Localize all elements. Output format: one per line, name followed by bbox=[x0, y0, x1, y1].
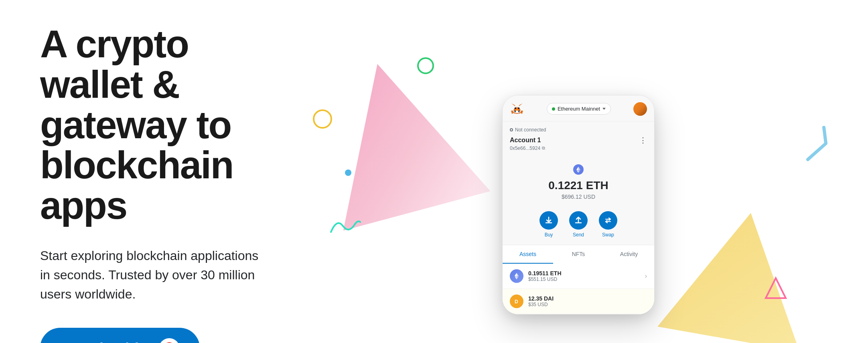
action-buttons: Buy Send bbox=[503, 206, 654, 245]
phone-frame: Ethereum Mainnet Not connected Account 1… bbox=[502, 95, 655, 315]
pink-triangle-outline-decoration bbox=[764, 276, 788, 300]
send-icon-circle bbox=[569, 211, 588, 230]
eth-asset-name: 0.19511 ETH bbox=[528, 270, 640, 276]
balance-eth: 0.1221 ETH bbox=[510, 179, 647, 192]
eth-logo bbox=[572, 163, 585, 176]
buy-icon-circle bbox=[539, 211, 558, 230]
pink-triangle-decoration bbox=[304, 44, 490, 230]
blue-arrow-decoration bbox=[804, 125, 828, 161]
connection-status: Not connected bbox=[510, 127, 647, 133]
balance-section: 0.1221 ETH $696.12 USD bbox=[503, 155, 654, 206]
swap-action[interactable]: Swap bbox=[599, 211, 617, 238]
hero-section: A crypto wallet & gateway to blockchain … bbox=[0, 0, 868, 343]
account-section: Not connected Account 1 ⋮ 0x5e66...5924 … bbox=[503, 121, 654, 155]
green-circle-decoration bbox=[417, 57, 434, 74]
eth-asset-info: 0.19511 ETH $551.15 USD bbox=[528, 270, 640, 282]
phone-header: Ethereum Mainnet bbox=[503, 95, 654, 121]
blue-dot-decoration bbox=[345, 169, 351, 176]
account-name-row: Account 1 ⋮ bbox=[510, 136, 647, 145]
yellow-triangle-decoration bbox=[657, 200, 822, 343]
send-label: Send bbox=[573, 232, 584, 238]
list-item[interactable]: D 12.35 DAI $35 USD bbox=[503, 289, 654, 314]
tab-activity[interactable]: Activity bbox=[604, 245, 654, 264]
account-avatar[interactable] bbox=[633, 102, 647, 116]
chrome-icon bbox=[159, 338, 180, 343]
download-button[interactable]: Download for bbox=[40, 328, 200, 343]
network-pill[interactable]: Ethereum Mainnet bbox=[547, 103, 611, 115]
balance-usd: $696.12 USD bbox=[510, 194, 647, 200]
svg-text:D: D bbox=[515, 299, 518, 305]
account-menu-icon[interactable]: ⋮ bbox=[639, 136, 647, 145]
asset-tabs: Assets NFTs Activity bbox=[503, 245, 654, 264]
tab-nfts[interactable]: NFTs bbox=[553, 245, 604, 264]
eth-asset-logo bbox=[510, 269, 523, 283]
not-connected-indicator bbox=[510, 128, 513, 131]
eth-asset-usd: $551.15 USD bbox=[528, 276, 640, 282]
swap-icon-circle bbox=[599, 211, 617, 230]
yellow-circle-decoration bbox=[313, 109, 332, 129]
asset-list: 0.19511 ETH $551.15 USD › D 12.35 DAI bbox=[503, 264, 654, 314]
dai-asset-info: 12.35 DAI $35 USD bbox=[528, 295, 647, 307]
dai-asset-name: 12.35 DAI bbox=[528, 295, 647, 302]
buy-action[interactable]: Buy bbox=[539, 211, 558, 238]
teal-squiggle-decoration bbox=[329, 216, 361, 236]
network-chevron-icon bbox=[602, 108, 606, 110]
main-headline: A crypto wallet & gateway to blockchain … bbox=[40, 24, 273, 226]
account-address: 0x5e66...5924 ⧉ bbox=[510, 145, 647, 151]
copy-address-icon[interactable]: ⧉ bbox=[542, 145, 545, 151]
connected-indicator bbox=[552, 107, 555, 111]
buy-label: Buy bbox=[545, 232, 553, 238]
svg-point-3 bbox=[515, 107, 516, 109]
svg-point-4 bbox=[518, 107, 519, 109]
dai-asset-logo: D bbox=[510, 295, 523, 308]
account-name: Account 1 bbox=[510, 137, 541, 144]
dai-asset-usd: $35 USD bbox=[528, 302, 647, 307]
metamask-fox-icon bbox=[510, 102, 524, 116]
network-label: Ethereum Mainnet bbox=[558, 106, 600, 112]
swap-label: Swap bbox=[602, 232, 614, 238]
eth-asset-chevron-icon: › bbox=[645, 272, 647, 280]
left-content: A crypto wallet & gateway to blockchain … bbox=[40, 24, 289, 343]
sub-headline: Start exploring blockchain applications … bbox=[40, 246, 265, 304]
list-item[interactable]: 0.19511 ETH $551.15 USD › bbox=[503, 264, 654, 289]
download-button-label: Download for bbox=[60, 340, 152, 343]
tab-assets[interactable]: Assets bbox=[503, 245, 553, 264]
phone-mockup: Ethereum Mainnet Not connected Account 1… bbox=[502, 95, 655, 315]
send-action[interactable]: Send bbox=[569, 211, 588, 238]
right-content: Ethereum Mainnet Not connected Account 1… bbox=[289, 45, 836, 343]
